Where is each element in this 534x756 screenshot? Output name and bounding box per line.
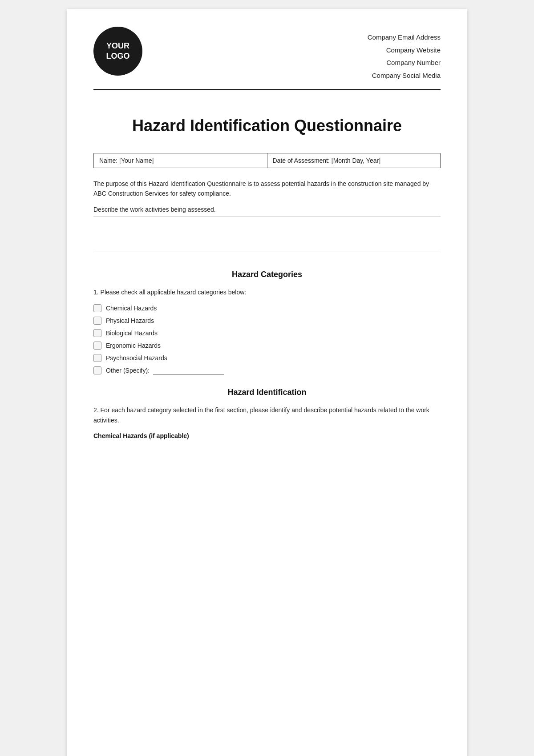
- checkbox-psychosocial[interactable]: [93, 354, 101, 362]
- company-info-block: Company Email Address Company Website Co…: [368, 31, 441, 82]
- checkbox-ergonomic[interactable]: [93, 342, 101, 350]
- company-email: Company Email Address: [368, 31, 441, 44]
- hazard-categories-question: 1. Please check all applicable hazard ca…: [93, 287, 441, 297]
- document-title: Hazard Identification Questionnaire: [93, 117, 441, 135]
- checkbox-physical[interactable]: [93, 317, 101, 325]
- work-activities-textarea[interactable]: [93, 217, 441, 252]
- company-number: Company Number: [368, 56, 441, 69]
- checkbox-chemical[interactable]: [93, 304, 101, 312]
- company-website: Company Website: [368, 44, 441, 57]
- ergonomic-hazards-label: Ergonomic Hazards: [106, 342, 161, 349]
- other-label: Other (Specify):: [106, 367, 224, 374]
- logo-line1: YOUR: [106, 41, 129, 51]
- header-divider: [93, 89, 441, 90]
- company-logo: YOUR LOGO: [93, 27, 142, 76]
- hazard-identification-question: 2. For each hazard category selected in …: [93, 405, 441, 425]
- chemical-hazards-label: Chemical Hazards: [106, 305, 157, 312]
- date-field: Date of Assessment: [Month Day, Year]: [267, 153, 441, 168]
- name-field: Name: [Your Name]: [94, 153, 267, 168]
- hazard-categories-heading: Hazard Categories: [93, 270, 441, 279]
- list-item[interactable]: Psychosocial Hazards: [93, 354, 441, 362]
- logo-line2: LOGO: [106, 51, 130, 61]
- company-social: Company Social Media: [368, 69, 441, 82]
- info-table: Name: [Your Name] Date of Assessment: [M…: [93, 153, 441, 168]
- biological-hazards-label: Biological Hazards: [106, 330, 158, 337]
- list-item[interactable]: Chemical Hazards: [93, 304, 441, 312]
- chemical-hazards-sub: Chemical Hazards (if applicable): [93, 432, 441, 439]
- list-item[interactable]: Other (Specify):: [93, 366, 441, 374]
- list-item[interactable]: Physical Hazards: [93, 317, 441, 325]
- list-item[interactable]: Ergonomic Hazards: [93, 342, 441, 350]
- checkbox-biological[interactable]: [93, 329, 101, 337]
- physical-hazards-label: Physical Hazards: [106, 317, 154, 324]
- hazard-checkbox-list: Chemical Hazards Physical Hazards Biolog…: [93, 304, 441, 374]
- describe-label: Describe the work activities being asses…: [93, 206, 441, 213]
- page-header: YOUR LOGO Company Email Address Company …: [93, 27, 441, 82]
- psychosocial-hazards-label: Psychosocial Hazards: [106, 354, 167, 362]
- hazard-identification-heading: Hazard Identification: [93, 388, 441, 397]
- list-item[interactable]: Biological Hazards: [93, 329, 441, 337]
- purpose-text: The purpose of this Hazard Identificatio…: [93, 179, 441, 199]
- other-specify-blank[interactable]: [153, 367, 224, 374]
- checkbox-other[interactable]: [93, 366, 101, 374]
